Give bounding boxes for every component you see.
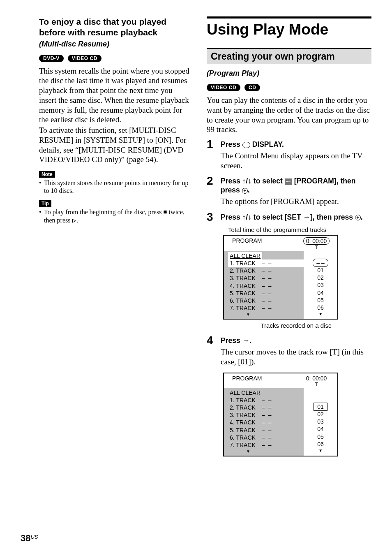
step-num: 1 bbox=[207, 139, 221, 172]
s3a: Press ↑/↓ to select [SET →], then press bbox=[221, 213, 355, 221]
osd-r: 06 bbox=[304, 304, 337, 311]
step-num: 2 bbox=[207, 175, 221, 208]
page-number: 38US bbox=[21, 533, 38, 544]
caption-total-time: Total time of the programmed tracks bbox=[228, 226, 371, 233]
left-column: To enjoy a disc that you played before w… bbox=[39, 16, 191, 460]
right-column: Using Play Mode Creating your own progra… bbox=[207, 16, 371, 460]
badge-video-cd: VIDEO CD bbox=[68, 55, 101, 62]
right-badges: VIDEO CD CD bbox=[207, 83, 371, 91]
step-2: 2 Press ↑/↓ to select •◦◦◦ [PROGRAM], th… bbox=[207, 175, 371, 208]
left-badges: DVD-V VIDEO CD bbox=[39, 54, 191, 62]
caption-tracks: Tracks recorded on a disc bbox=[221, 322, 371, 329]
osd-time: 0: 00:00 bbox=[306, 375, 327, 382]
osd-r-sel: – – bbox=[313, 259, 328, 267]
step-desc: The options for [PROGRAM] appear. bbox=[221, 197, 371, 206]
osd-r: 05 bbox=[304, 433, 337, 440]
step-instruction: Press →. bbox=[221, 336, 371, 345]
osd-row-l: 1. TRACK bbox=[230, 396, 262, 404]
enter-icon: + bbox=[242, 188, 248, 194]
osd-right-panel: – – 01 02 03 04 05 06 ▼ bbox=[304, 251, 337, 319]
s2a: Press ↑/↓ to select bbox=[221, 177, 285, 185]
down-arrow-icon: ▼ bbox=[246, 449, 304, 454]
osd-t: T bbox=[300, 244, 332, 250]
program-icon: •◦◦◦ bbox=[285, 178, 292, 185]
osd-program-2: PROGRAM 0: 00:00 T ALL CLEAR 1. TRACK– –… bbox=[223, 373, 338, 457]
note-label: Note bbox=[39, 171, 55, 178]
osd-row-l: 7. TRACK bbox=[230, 304, 262, 312]
osd-row-v: – – bbox=[262, 290, 277, 297]
bullet-icon: • bbox=[39, 208, 44, 224]
osd-row-l: 6. TRACK bbox=[230, 297, 262, 304]
step-desc: The cursor moves to the track row [T] (i… bbox=[221, 347, 371, 367]
right-subtitle: (Program Play) bbox=[207, 69, 371, 78]
s2c: . bbox=[248, 186, 250, 194]
note-text: • This system stores the resume points i… bbox=[39, 179, 191, 195]
osd-row-l: 4. TRACK bbox=[230, 282, 262, 290]
steps-list: 1 Press DISPLAY. The Control Menu displa… bbox=[207, 139, 371, 456]
osd-r-sel: 01 bbox=[314, 403, 327, 411]
down-arrow-icon: ▼ bbox=[304, 448, 337, 453]
page-num-value: 38 bbox=[21, 533, 30, 543]
enter-icon: + bbox=[355, 215, 361, 220]
badge-dvd-v: DVD-V bbox=[39, 55, 64, 62]
s3b: . bbox=[361, 213, 363, 221]
leader-line bbox=[321, 313, 321, 318]
page-region: US bbox=[30, 534, 38, 540]
step-desc: The Control Menu display appears on the … bbox=[221, 151, 371, 171]
tip-text: • To play from the beginning of the disc… bbox=[39, 208, 191, 224]
osd-row-v: – – bbox=[262, 434, 277, 441]
tip-label: Tip bbox=[39, 200, 51, 207]
osd-row-l: 5. TRACK bbox=[230, 290, 262, 297]
osd-program-1: PROGRAM 0: 00:00 T ALL CLEAR 1. TRACK– – bbox=[223, 235, 338, 320]
step-instruction: Press DISPLAY. bbox=[221, 140, 371, 149]
osd-header: PROGRAM bbox=[232, 237, 300, 250]
subsection-title: Creating your own program bbox=[207, 48, 371, 64]
step-instruction: Press ↑/↓ to select [SET →], then press … bbox=[221, 213, 371, 222]
left-heading-l1: To enjoy a disc that you played bbox=[39, 17, 166, 26]
step-3: 3 Press ↑/↓ to select [SET →], then pres… bbox=[207, 211, 371, 331]
osd-row-l: 5. TRACK bbox=[230, 426, 262, 434]
left-heading: To enjoy a disc that you played before w… bbox=[39, 16, 191, 38]
osd-row-v: – – bbox=[262, 304, 277, 312]
tip-c: . bbox=[76, 217, 78, 224]
step-num: 4 bbox=[207, 335, 221, 456]
osd-row-l: 6. TRACK bbox=[230, 434, 262, 441]
osd-row-l: 1. TRACK bbox=[230, 259, 262, 267]
left-para1: This system recalls the point where you … bbox=[39, 66, 191, 125]
osd-right-panel: – – 01 02 03 04 05 06 ▼ bbox=[304, 388, 337, 456]
osd-row-v: – – bbox=[262, 441, 277, 449]
osd-row-l: 3. TRACK bbox=[230, 274, 262, 282]
left-subtitle: (Multi-disc Resume) bbox=[39, 40, 191, 49]
display-button-icon bbox=[242, 142, 250, 148]
section-rule bbox=[207, 16, 371, 19]
s1b: DISPLAY. bbox=[250, 140, 284, 148]
osd-row-v: – – bbox=[262, 297, 277, 304]
osd-r: 06 bbox=[304, 440, 337, 448]
badge-cd: CD bbox=[244, 84, 260, 91]
osd-row-v: – – bbox=[262, 282, 277, 290]
osd-t: T bbox=[300, 381, 332, 387]
right-intro: You can play the contents of a disc in t… bbox=[207, 95, 371, 134]
osd-header: PROGRAM bbox=[232, 375, 300, 387]
osd-r: 01 bbox=[304, 266, 337, 274]
osd-r: 02 bbox=[304, 274, 337, 281]
osd-row-v: – – bbox=[262, 426, 277, 434]
osd-left-panel: ALL CLEAR 1. TRACK– – 2. TRACK– – 3. TRA… bbox=[224, 388, 304, 456]
down-arrow-icon: ▼ bbox=[246, 312, 304, 317]
osd-row-v: – – bbox=[262, 411, 277, 419]
osd-r: 03 bbox=[304, 418, 337, 425]
osd-row-v: – – bbox=[262, 267, 277, 274]
osd-r: 05 bbox=[304, 297, 337, 304]
step-4: 4 Press →. The cursor moves to the track… bbox=[207, 335, 371, 456]
osd-r: 04 bbox=[304, 289, 337, 297]
osd-row-v: – – bbox=[262, 419, 277, 426]
step-instruction: Press ↑/↓ to select •◦◦◦ [PROGRAM], then… bbox=[221, 177, 371, 195]
step-1: 1 Press DISPLAY. The Control Menu displa… bbox=[207, 139, 371, 172]
osd-row-v: – – bbox=[262, 396, 277, 404]
osd-all-clear: ALL CLEAR bbox=[230, 389, 261, 396]
badge-video-cd: VIDEO CD bbox=[207, 84, 240, 91]
osd-r: 03 bbox=[304, 281, 337, 289]
tip-body: To play from the beginning of the disc, … bbox=[44, 208, 191, 224]
osd-row-v: – – bbox=[262, 259, 277, 267]
osd-r: 02 bbox=[304, 410, 337, 418]
